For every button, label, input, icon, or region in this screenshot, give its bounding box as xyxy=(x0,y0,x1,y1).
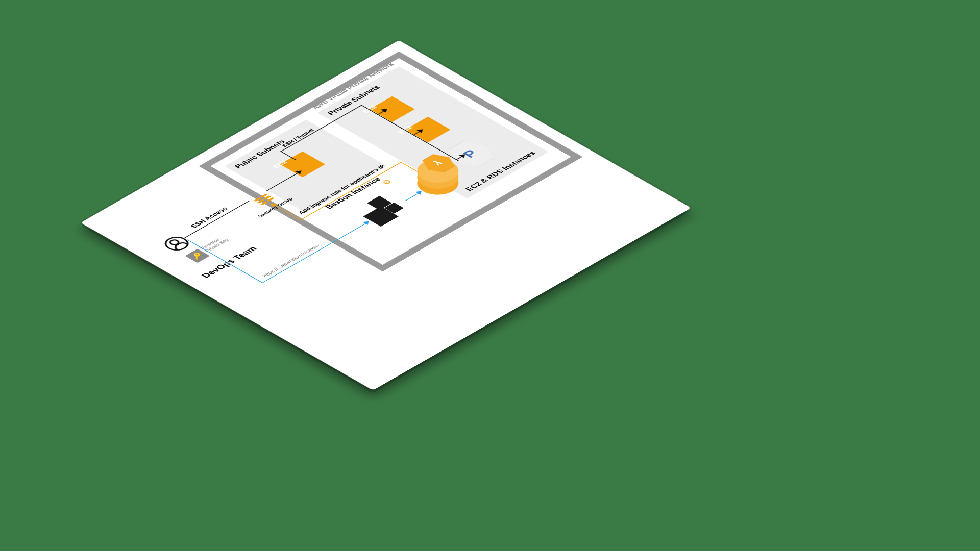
platform: AWS Virtual Private Network Public Subne… xyxy=(81,40,691,390)
vpc-frame: AWS Virtual Private Network Public Subne… xyxy=(199,52,582,271)
bastion-label: Bastion Instance xyxy=(324,176,383,210)
user-icon xyxy=(160,234,193,254)
key-label: PersonalPrivate Key xyxy=(200,235,231,253)
url-label: https://.../env/allow/<token> xyxy=(261,243,322,278)
ssh-access-label: SSH Access xyxy=(189,206,230,230)
rds-icon: P xyxy=(441,137,500,171)
devops-team-label: DevOps Team xyxy=(199,245,259,280)
ssh-access-line xyxy=(184,201,250,239)
